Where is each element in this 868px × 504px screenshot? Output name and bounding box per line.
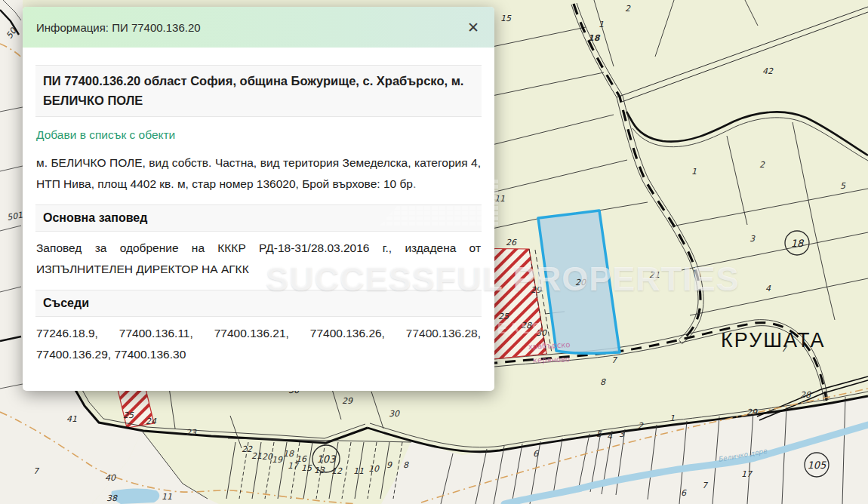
parcel-number-label: 3: [619, 429, 625, 439]
pond: [112, 488, 160, 504]
parcel-number-label: 10: [368, 464, 380, 474]
parcel-number-label: 40: [105, 473, 116, 483]
parcel-number-label: 21: [649, 270, 660, 280]
parcel-number-label: 38: [106, 493, 118, 503]
parcel-number-label: 11: [494, 194, 505, 204]
massif-number: 18: [791, 238, 805, 249]
parcel-number-label: 6: [533, 449, 539, 459]
parcel-number-label: 4: [607, 432, 613, 441]
parcel-number-label: 18: [283, 449, 294, 459]
parcel-number-label: 11: [162, 492, 172, 502]
parcel-number-label: 23: [186, 428, 197, 438]
dialog-title: Информация: ПИ 77400.136.20: [36, 21, 201, 34]
dialog-header: Информация: ПИ 77400.136.20 ✕: [23, 7, 494, 48]
parcel-info-dialog: Информация: ПИ 77400.136.20 ✕ ПИ 77400.1…: [23, 7, 494, 391]
parcel-title: ПИ 77400.136.20 област София, община Бож…: [35, 65, 482, 117]
parcel-number-label: 30: [536, 328, 547, 338]
parcel-number-label: 21: [251, 451, 262, 461]
parcel-number-label: 17: [741, 469, 753, 479]
parcel-number-label: 2: [638, 421, 644, 431]
add-to-list-link[interactable]: Добави в списък с обекти: [36, 128, 175, 142]
order-text: Заповед за одобрение на КККР РД-18-31/28…: [36, 238, 481, 279]
parcel-number-label: 1: [691, 167, 697, 177]
parcel-number-label: 19: [272, 455, 283, 465]
parcel-number-label: 29: [746, 407, 758, 417]
section-heading-order: Основна заповед: [35, 204, 482, 232]
parcel-number-label: 3: [749, 234, 756, 244]
parcel-number-label: 13: [314, 466, 325, 475]
parcel-details-text: м. БЕЛИЧКО ПОЛЕ, вид собств. Частна, вид…: [36, 152, 481, 194]
parcel-number-label: 8: [600, 377, 606, 387]
massif-number: 103: [317, 453, 337, 465]
parcel-number-label: 5: [596, 429, 602, 439]
parcel-number-label: 6: [681, 488, 687, 498]
parcel-number-label: 28: [800, 390, 811, 400]
parcel-number-label: 11: [353, 466, 364, 476]
parcel-number-label: 25: [498, 312, 509, 321]
parcel-number-label: 1: [669, 413, 675, 423]
parcel-number-label: 24: [146, 416, 157, 426]
parcel-number-label: 18: [588, 33, 601, 43]
parcel-number-label: 41: [66, 414, 77, 424]
parcel-number-label: 25: [123, 410, 134, 420]
parcel-number-label: 2: [625, 4, 631, 14]
parcel-number-label: 8: [403, 460, 409, 470]
parcel-number-label: 2: [759, 160, 765, 170]
parcel-number-label: 5: [840, 181, 846, 191]
parcel-number-label: 28: [521, 321, 532, 330]
parcel-number-label: 15: [500, 14, 512, 23]
parcel-number-label: 1: [599, 20, 604, 29]
neighbours-text: 77246.18.9, 77400.136.11, 77400.136.21, …: [36, 323, 481, 364]
parcel-number-label: 26: [506, 238, 517, 247]
parcel-number-label: 29: [342, 396, 353, 406]
parcel-number-label: 30: [389, 409, 400, 419]
parcel-number-label: 12: [331, 466, 343, 476]
parcel-number-label: 29: [531, 285, 542, 295]
parcel-number-label: 15: [301, 463, 312, 473]
dialog-body: ПИ 77400.136.20 област София, община Бож…: [23, 65, 494, 365]
place-label-krushata: КРУШАТА: [721, 329, 826, 352]
parcel-number-label: 20: [575, 278, 586, 287]
massif-number: 105: [808, 459, 827, 471]
section-heading-neighbours: Съседи: [35, 290, 482, 317]
parcel-number-label: 4: [765, 284, 771, 293]
road-label-keryanovo: керяново: [533, 355, 571, 364]
parcel-number-label: 42: [762, 66, 774, 76]
close-icon[interactable]: ✕: [466, 17, 481, 38]
parcel-number-label: 9: [386, 460, 392, 470]
screenshot-stage: 18103105 1521184212511262120292528303477…: [0, 0, 868, 504]
